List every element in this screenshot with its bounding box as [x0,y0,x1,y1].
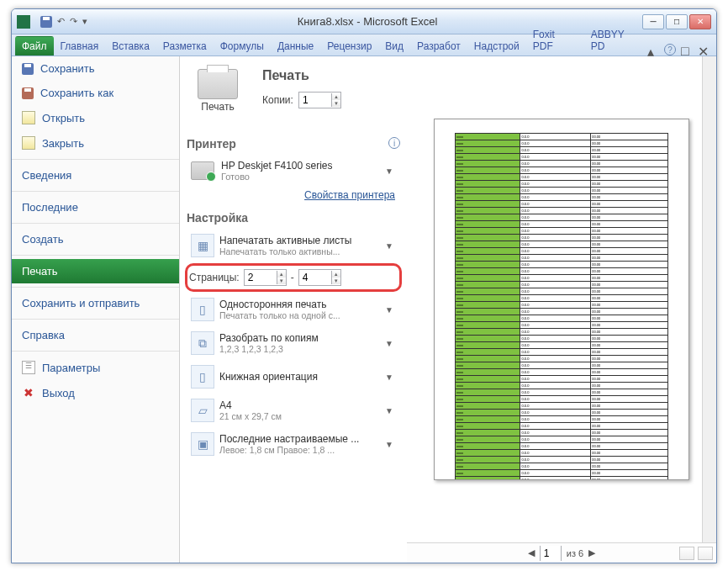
disk-icon [22,63,34,75]
tab-layout[interactable]: Разметка [156,36,214,56]
collate-icon: ⧉ [191,331,214,355]
page-prev-icon[interactable]: ◀ [528,547,535,558]
from-up[interactable]: ▲ [277,271,286,278]
copies-up[interactable]: ▲ [332,93,340,100]
orientation-icon: ▯ [191,365,214,389]
sidebar-item-help[interactable]: Справка [12,323,179,347]
chevron-down-icon: ▼ [382,167,396,176]
tab-formulas[interactable]: Формулы [214,36,271,56]
tab-review[interactable]: Рецензир [320,36,378,56]
sidebar-item-save[interactable]: Сохранить [12,56,179,81]
printer-status: Готово [221,172,376,182]
pages-from-input[interactable] [245,270,277,285]
page-number-spinner[interactable] [540,546,562,561]
qat-redo-icon[interactable]: ↷ [70,16,77,27]
help-icon[interactable]: ? [664,44,676,56]
qat-save-icon[interactable] [40,16,52,28]
chevron-down-icon: ▼ [382,305,396,315]
options-icon: ☰ [22,361,35,374]
chevron-down-icon: ▼ [382,440,396,449]
print-settings-panel: Печать Печать Копии: ▲▼ [180,56,407,563]
tab-developer[interactable]: Разработ [410,36,467,56]
preview-page: xxxx0.0.000.00xxxx0.0.000.00xxxx0.0.000.… [434,119,689,480]
copies-down[interactable]: ▼ [332,100,340,107]
to-down[interactable]: ▼ [332,278,340,284]
pages-to-input[interactable] [299,270,331,285]
exit-icon: ✖ [22,386,35,399]
setting-margins[interactable]: ▣ Последние настраиваемые ...Левое: 1,8 … [187,428,400,460]
tab-file[interactable]: Файл [15,36,54,56]
sidebar-item-print[interactable]: Печать [12,259,179,283]
preview-table: xxxx0.0.000.00xxxx0.0.000.00xxxx0.0.000.… [455,133,668,480]
tab-data[interactable]: Данные [271,36,320,56]
ribbon-tabs: Файл Главная Вставка Разметка Формулы Да… [12,34,716,56]
sidebar-item-label: Параметры [42,362,100,374]
sidebar-item-save-send[interactable]: Сохранить и отправить [12,291,179,315]
setting-paper-size[interactable]: ▱ A421 см x 29,7 см ▼ [187,394,400,426]
page-number-input[interactable] [541,546,561,561]
setting-sides[interactable]: ▯ Односторонняя печатьПечатать только на… [187,293,400,325]
copies-label: Копии: [262,94,293,106]
printer-info-icon[interactable]: i [388,137,400,149]
printer-name: HP Deskjet F4100 series [221,160,376,172]
close-button[interactable]: ✕ [689,14,711,29]
chevron-down-icon: ▼ [382,241,396,251]
maximize-button[interactable]: □ [666,14,688,29]
sidebar-item-options[interactable]: ☰Параметры [12,355,179,380]
folder-close-icon [22,136,35,150]
setting-subtitle: 21 см x 29,7 см [219,411,377,421]
zoom-to-page-icon[interactable] [698,547,713,560]
sidebar-item-new[interactable]: Создать [12,227,179,251]
printer-selector[interactable]: HP Deskjet F4100 series Готово ▼ [187,156,400,186]
sidebar-item-label: Печать [22,265,58,278]
print-button[interactable]: Печать [187,65,249,117]
copies-input[interactable] [299,93,331,108]
sidebar-item-close[interactable]: Закрыть [12,130,179,156]
setting-print-what[interactable]: ▦ Напечатать активные листыНапечатать то… [187,230,400,262]
from-down[interactable]: ▼ [277,278,286,284]
sidebar-item-exit[interactable]: ✖Выход [12,380,179,405]
printer-properties-link[interactable]: Свойства принтера [187,186,400,204]
tab-insert[interactable]: Вставка [105,36,156,56]
ribbon-minimize-icon[interactable]: ▴ [647,44,659,56]
sidebar-item-open[interactable]: Открыть [12,105,179,130]
quick-access-toolbar: ↶ ↷ ▾ [35,16,92,28]
chevron-down-icon: ▼ [382,339,396,348]
setting-subtitle: Левое: 1,8 см Правое: 1,8 ... [219,445,377,455]
setting-orientation[interactable]: ▯ Книжная ориентация ▼ [187,361,400,393]
pages-label: Страницы: [189,272,240,283]
sidebar-item-label: Закрыть [42,137,84,150]
copies-spinner[interactable]: ▲▼ [298,92,341,108]
setting-title: Односторонняя печать [219,299,377,310]
to-up[interactable]: ▲ [332,271,340,278]
setting-title: Разобрать по копиям [219,332,377,344]
sidebar-item-info[interactable]: Сведения [12,163,179,188]
folder-open-icon [22,111,35,124]
setting-subtitle: 1,2,3 1,2,3 1,2,3 [219,344,377,354]
setting-collate[interactable]: ⧉ Разобрать по копиям1,2,3 1,2,3 1,2,3 ▼ [187,327,400,359]
sidebar-item-save-as[interactable]: Сохранить как [12,81,179,105]
tab-view[interactable]: Вид [378,36,410,56]
preview-scrollbar[interactable] [702,56,716,542]
tab-foxit[interactable]: Foxit PDF [526,24,584,56]
setting-title: Книжная ориентация [219,371,377,383]
page-side-icon: ▯ [191,298,214,321]
printer-small-icon [191,161,214,180]
sidebar-item-label: Сведения [22,169,71,182]
page-next-icon[interactable]: ▶ [588,547,595,558]
settings-section-header: Настройка [187,211,400,225]
show-margins-icon[interactable] [679,547,694,560]
sidebar-item-label: Сохранить [40,62,95,75]
inner-close-icon[interactable]: ✕ [698,44,710,56]
pages-to-spinner[interactable]: ▲▼ [298,269,341,286]
pages-from-spinner[interactable]: ▲▼ [244,269,287,286]
tab-home[interactable]: Главная [54,36,106,56]
qat-dropdown-icon[interactable]: ▾ [82,16,87,27]
excel-icon [17,15,30,29]
sidebar-item-recent[interactable]: Последние [12,195,179,219]
setting-subtitle: Напечатать только активны... [219,246,377,256]
restore-down-icon[interactable]: □ [681,44,693,56]
tab-addins[interactable]: Надстрой [467,36,526,56]
qat-undo-icon[interactable]: ↶ [57,16,65,27]
tab-abbyy[interactable]: ABBYY PD [584,24,647,56]
